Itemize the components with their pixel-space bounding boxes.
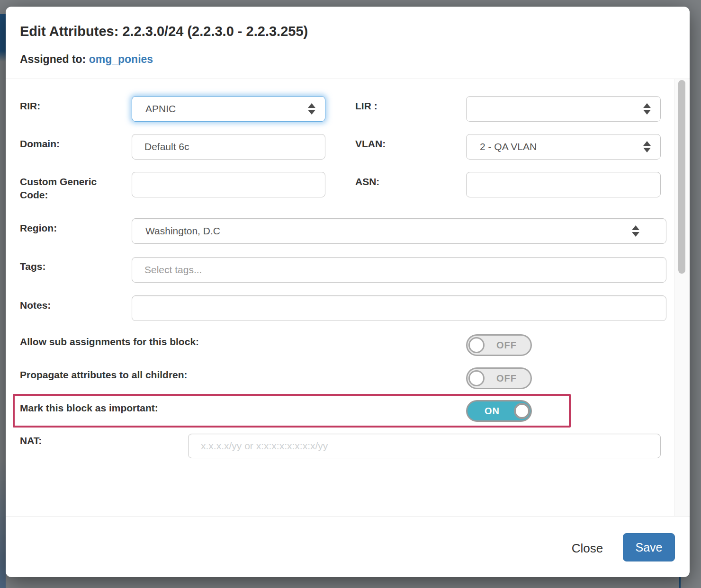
updown-arrows-icon	[632, 225, 639, 237]
nat-input[interactable]	[188, 434, 661, 458]
toggle-knob	[468, 337, 485, 353]
rir-label: RIR:	[20, 99, 40, 113]
vlan-label: VLAN:	[355, 137, 386, 151]
background-page-edge	[0, 14, 6, 588]
tags-label: Tags:	[20, 260, 45, 273]
tags-input[interactable]	[132, 257, 666, 283]
updown-arrows-icon	[643, 141, 651, 152]
allow-sub-assignments-label: Allow sub assignments for this block:	[20, 335, 199, 348]
domain-input[interactable]	[132, 134, 325, 160]
asn-label: ASN:	[355, 175, 379, 188]
assigned-to-label: Assigned to:	[20, 53, 86, 65]
domain-label: Domain:	[20, 137, 60, 151]
edit-attributes-modal: Edit Attributes: 2.2.3.0/24 (2.2.3.0 - 2…	[6, 7, 690, 577]
asn-input[interactable]	[466, 172, 661, 197]
assigned-user-link[interactable]: omg_ponies	[89, 53, 153, 65]
notes-input[interactable]	[132, 295, 666, 321]
vlan-select[interactable]: 2 - QA VLAN	[466, 134, 661, 160]
header-divider	[6, 79, 690, 79]
background-page-line	[679, 577, 681, 588]
updown-arrows-icon	[308, 103, 315, 115]
notes-label: Notes:	[20, 299, 51, 312]
lir-select[interactable]	[466, 96, 661, 122]
lir-label: LIR :	[355, 99, 377, 113]
footer-divider	[6, 517, 690, 517]
rir-select[interactable]: APNIC	[132, 96, 325, 122]
toggle-state-label: OFF	[485, 340, 530, 351]
toggle-state-label: OFF	[485, 373, 530, 384]
mark-important-toggle[interactable]: ON	[466, 400, 532, 422]
toggle-knob	[468, 370, 485, 386]
toggle-state-label: ON	[467, 406, 514, 417]
assigned-to-row: Assigned to: omg_ponies	[20, 53, 153, 66]
toggle-knob	[514, 403, 530, 419]
modal-title: Edit Attributes: 2.2.3.0/24 (2.2.3.0 - 2…	[20, 24, 308, 39]
region-select[interactable]: Washington, D.C	[132, 218, 666, 244]
region-select-value: Washington, D.C	[145, 225, 220, 237]
custom-generic-code-input[interactable]	[132, 172, 325, 197]
updown-arrows-icon	[643, 103, 651, 115]
mark-important-label: Mark this block as important:	[20, 401, 158, 415]
region-label: Region:	[20, 222, 57, 235]
close-button[interactable]: Close	[564, 540, 611, 557]
save-button[interactable]: Save	[623, 533, 675, 561]
vlan-select-value: 2 - QA VLAN	[480, 141, 537, 152]
propagate-attributes-toggle[interactable]: OFF	[466, 367, 532, 389]
rir-select-value: APNIC	[145, 103, 176, 115]
modal-scrollbar-thumb[interactable]	[678, 80, 685, 274]
custom-generic-code-label: Custom Generic Code:	[20, 175, 108, 202]
modal-scrollbar-track[interactable]	[674, 79, 689, 516]
allow-sub-assignments-toggle[interactable]: OFF	[466, 334, 532, 356]
nat-label: NAT:	[20, 434, 42, 447]
propagate-attributes-label: Propagate attributes to all children:	[20, 368, 188, 382]
